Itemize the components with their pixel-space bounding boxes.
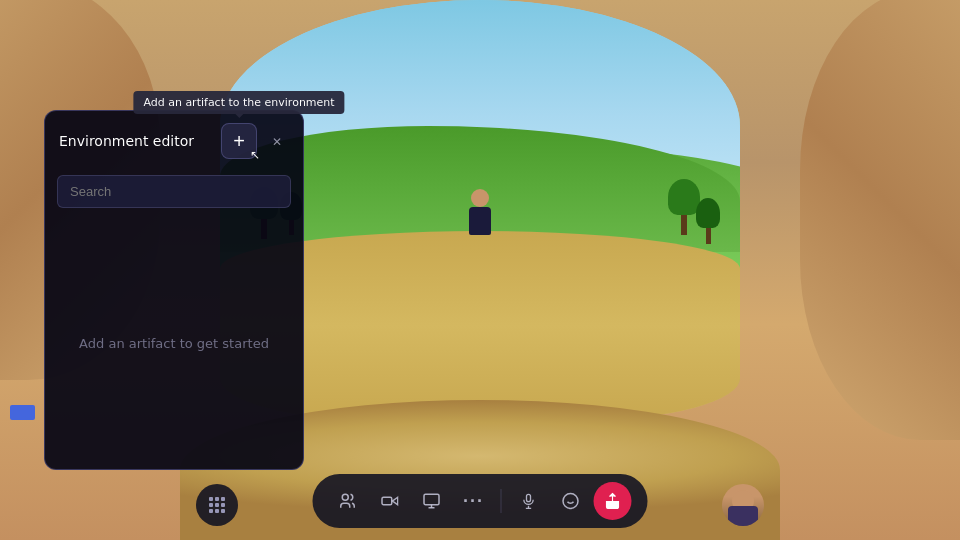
people-button[interactable] xyxy=(329,482,367,520)
decoration-block xyxy=(10,405,35,420)
bottom-toolbar: ··· xyxy=(313,474,648,528)
avatar-inner xyxy=(722,484,764,526)
people-icon xyxy=(339,492,357,510)
close-icon xyxy=(272,132,282,150)
svg-rect-1 xyxy=(382,497,392,505)
screen-share-button[interactable] xyxy=(413,482,451,520)
add-artifact-button[interactable]: ↖ xyxy=(221,123,257,159)
empty-state-message: Add an artifact to get started xyxy=(79,336,269,351)
emoji-button[interactable] xyxy=(552,482,590,520)
mic-icon xyxy=(521,492,537,510)
toolbar-divider xyxy=(501,489,502,513)
avatar-body xyxy=(728,506,758,526)
svg-point-9 xyxy=(563,494,578,509)
video-icon xyxy=(381,492,399,510)
panel-body: Add an artifact to get started xyxy=(45,218,303,469)
emoji-icon xyxy=(562,492,580,510)
panel-header: Environment editor Add an artifact to th… xyxy=(45,111,303,171)
more-options-button[interactable]: ··· xyxy=(455,482,493,520)
user-avatar-button[interactable] xyxy=(722,484,764,526)
svg-rect-3 xyxy=(424,494,439,505)
mic-button[interactable] xyxy=(510,482,548,520)
grid-icon xyxy=(209,497,225,513)
svg-point-0 xyxy=(342,494,348,500)
share-icon xyxy=(604,492,622,510)
dots-icon: ··· xyxy=(463,491,484,512)
close-panel-button[interactable] xyxy=(265,129,289,153)
search-container xyxy=(45,171,303,218)
grid-apps-button[interactable] xyxy=(196,484,238,526)
panel-title: Environment editor xyxy=(59,133,194,149)
panel-actions: Add an artifact to the environment ↖ xyxy=(221,123,289,159)
svg-marker-2 xyxy=(393,497,398,505)
svg-rect-6 xyxy=(527,494,531,501)
search-input[interactable] xyxy=(57,175,291,208)
cursor-icon: ↖ xyxy=(250,148,260,162)
environment-editor-panel: Environment editor Add an artifact to th… xyxy=(44,110,304,470)
share-button[interactable] xyxy=(594,482,632,520)
screen-icon xyxy=(423,492,441,510)
arch-right xyxy=(800,0,960,440)
plus-icon xyxy=(233,130,245,153)
scene-avatar xyxy=(465,189,495,244)
video-button[interactable] xyxy=(371,482,409,520)
